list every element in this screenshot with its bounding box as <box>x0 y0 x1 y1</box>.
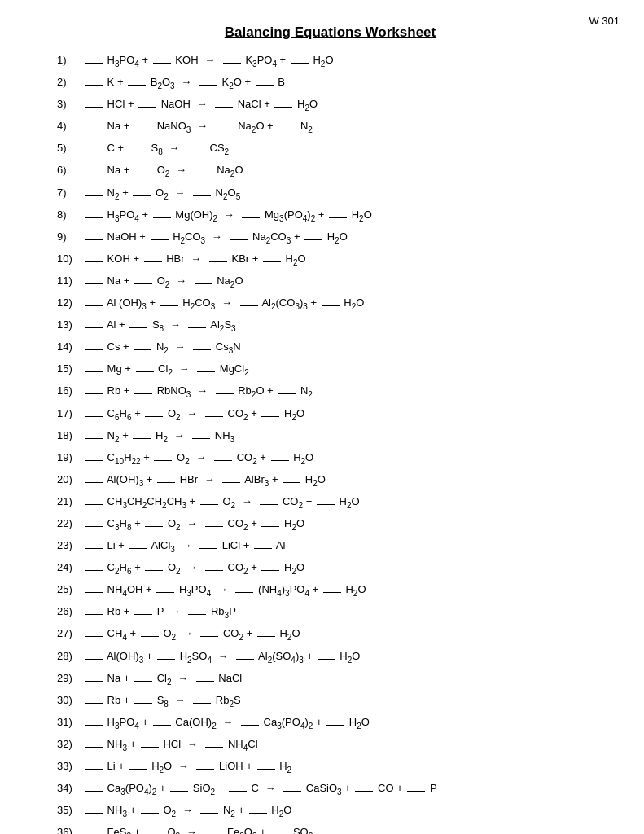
eq-content: Na + O2 → Na2O <box>83 273 243 291</box>
list-item: 22) C3H8 + O2 → CO2 + H2O <box>57 516 603 533</box>
eq-num: 11) <box>57 273 83 289</box>
list-item: 11) Na + O2 → Na2O <box>57 273 603 291</box>
eq-content: C6H6 + O2 → CO2 + H2O <box>83 406 304 424</box>
list-item: 4) Na + NaNO3 → Na2O + N2 <box>57 118 603 136</box>
eq-content: KOH + HBr → KBr + H2O <box>83 251 306 269</box>
eq-num: 7) <box>57 185 83 201</box>
list-item: 26) Rb + P → Rb3P <box>57 604 603 621</box>
eq-content: C2H6 + O2 → CO2 + H2O <box>83 560 304 577</box>
eq-content: N2 + H2 → NH3 <box>83 428 234 446</box>
eq-num: 33) <box>57 758 83 775</box>
eq-content: Mg + Cl2 → MgCl2 <box>83 361 249 379</box>
eq-num: 8) <box>57 207 83 223</box>
eq-num: 5) <box>57 140 83 156</box>
eq-content: Al(OH)3 + HBr → AlBr3 + H2O <box>83 472 326 489</box>
list-item: 24) C2H6 + O2 → CO2 + H2O <box>57 560 603 577</box>
eq-content: K + B2O3 → K2O + B <box>83 74 285 92</box>
eq-num: 9) <box>57 229 83 245</box>
list-item: 18) N2 + H2 → NH3 <box>57 428 603 446</box>
eq-num: 16) <box>57 383 83 399</box>
list-item: 17) C6H6 + O2 → CO2 + H2O <box>57 406 603 424</box>
eq-num: 12) <box>57 295 83 311</box>
eq-num: 27) <box>57 626 83 642</box>
list-item: 13) Al + S8 → Al2S3 <box>57 317 603 335</box>
list-item: 2) K + B2O3 → K2O + B <box>57 74 603 92</box>
eq-content: Rb + RbNO3 → Rb2O + N2 <box>83 383 313 401</box>
eq-num: 31) <box>57 714 83 731</box>
eq-content: H3PO4 + Mg(OH)2 → Mg3(PO4)2 + H2O <box>83 207 372 225</box>
eq-num: 25) <box>57 582 83 598</box>
eq-content: Na + O2 → Na2O <box>83 162 243 180</box>
eq-num: 2) <box>57 74 83 90</box>
list-item: 12) Al (OH)3 + H2CO3 → Al2(CO3)3 + H2O <box>57 295 603 313</box>
eq-num: 3) <box>57 96 83 112</box>
eq-num: 30) <box>57 692 83 709</box>
eq-content: H3PO4 + Ca(OH)2 → Ca3(PO4)2 + H2O <box>83 714 370 732</box>
list-item: 23) Li + AlCl3 → LiCl + Al <box>57 538 603 555</box>
eq-content: Ca3(PO4)2 + SiO2 + C → CaSiO3 + CO + P <box>83 780 437 798</box>
eq-content: C3H8 + O2 → CO2 + H2O <box>83 516 304 533</box>
eq-content: Na + NaNO3 → Na2O + N2 <box>83 118 313 136</box>
eq-num: 19) <box>57 450 83 466</box>
eq-num: 26) <box>57 604 83 620</box>
list-item: 6) Na + O2 → Na2O <box>57 162 603 180</box>
eq-num: 14) <box>57 339 83 355</box>
list-item: 10) KOH + HBr → KBr + H2O <box>57 251 603 269</box>
list-item: 8) H3PO4 + Mg(OH)2 → Mg3(PO4)2 + H2O <box>57 207 603 225</box>
eq-content: Li + AlCl3 → LiCl + Al <box>83 538 285 555</box>
list-item: 9) NaOH + H2CO3 → Na2CO3 + H2O <box>57 229 603 247</box>
eq-num: 22) <box>57 516 83 532</box>
list-item: 14) Cs + N2 → Cs3N <box>57 339 603 357</box>
eq-content: Al + S8 → Al2S3 <box>83 317 236 335</box>
eq-content: Al (OH)3 + H2CO3 → Al2(CO3)3 + H2O <box>83 295 364 313</box>
list-item: 16) Rb + RbNO3 → Rb2O + N2 <box>57 383 603 401</box>
list-item: 3) HCl + NaOH → NaCl + H2O <box>57 96 603 114</box>
list-item: 20) Al(OH)3 + HBr → AlBr3 + H2O <box>57 472 603 489</box>
eq-content: C + S8 → CS2 <box>83 140 229 158</box>
eq-content: NH3 + HCl → NH4Cl <box>83 736 258 754</box>
list-item: 19) C10H22 + O2 → CO2 + H2O <box>57 450 603 467</box>
eq-num: 24) <box>57 560 83 576</box>
eq-num: 23) <box>57 538 83 554</box>
page-title: Balancing Equations Worksheet <box>57 24 603 41</box>
eq-content: H3PO4 + KOH → K3PO4 + H2O <box>83 52 334 70</box>
eq-content: N2 + O2 → N2O5 <box>83 185 240 203</box>
list-item: 5) C + S8 → CS2 <box>57 140 603 158</box>
equation-list: 1) H3PO4 + KOH → K3PO4 + H2O 2) K + B2O3… <box>57 52 603 834</box>
list-item: 27) CH4 + O2 → CO2 + H2O <box>57 626 603 643</box>
list-item: 21) CH3CH2CH2CH3 + O2 → CO2 + H2O <box>57 494 603 511</box>
eq-num: 28) <box>57 648 83 665</box>
eq-content: Al(OH)3 + H2SO4 → Al2(SO4)3 + H2O <box>83 648 360 666</box>
eq-content: C10H22 + O2 → CO2 + H2O <box>83 450 313 467</box>
eq-num: 17) <box>57 406 83 422</box>
eq-content: NH3 + O2 → N2 + H2O <box>83 802 291 820</box>
list-item: 1) H3PO4 + KOH → K3PO4 + H2O <box>57 52 603 70</box>
eq-content: HCl + NaOH → NaCl + H2O <box>83 96 318 114</box>
list-item: 33) Li + H2O → LiOH + H2 <box>57 758 603 776</box>
list-item: 15) Mg + Cl2 → MgCl2 <box>57 361 603 379</box>
eq-num: 1) <box>57 52 83 68</box>
list-item: 35) NH3 + O2 → N2 + H2O <box>57 802 603 820</box>
eq-content: Na + Cl2 → NaCl <box>83 670 242 688</box>
list-item: 29) Na + Cl2 → NaCl <box>57 670 603 688</box>
eq-content: Li + H2O → LiOH + H2 <box>83 758 291 776</box>
eq-content: Cs + N2 → Cs3N <box>83 339 241 357</box>
eq-content: Rb + P → Rb3P <box>83 604 236 621</box>
eq-num: 4) <box>57 118 83 134</box>
eq-num: 18) <box>57 428 83 444</box>
eq-num: 10) <box>57 251 83 267</box>
list-item: 31) H3PO4 + Ca(OH)2 → Ca3(PO4)2 + H2O <box>57 714 603 732</box>
eq-num: 20) <box>57 472 83 488</box>
eq-num: 6) <box>57 162 83 178</box>
eq-num: 36) <box>57 824 83 834</box>
list-item: 25) NH4OH + H3PO4 → (NH4)3PO4 + H2O <box>57 582 603 599</box>
eq-content: CH3CH2CH2CH3 + O2 → CO2 + H2O <box>83 494 360 511</box>
list-item: 7) N2 + O2 → N2O5 <box>57 185 603 203</box>
eq-content: NH4OH + H3PO4 → (NH4)3PO4 + H2O <box>83 582 366 599</box>
eq-num: 21) <box>57 494 83 510</box>
eq-content: FeS2 + O2 → Fe2O3 + SO2 <box>83 824 313 834</box>
eq-num: 35) <box>57 802 83 819</box>
list-item: 36) FeS2 + O2 → Fe2O3 + SO2 <box>57 824 603 834</box>
eq-content: NaOH + H2CO3 → Na2CO3 + H2O <box>83 229 348 247</box>
list-item: 28) Al(OH)3 + H2SO4 → Al2(SO4)3 + H2O <box>57 648 603 666</box>
